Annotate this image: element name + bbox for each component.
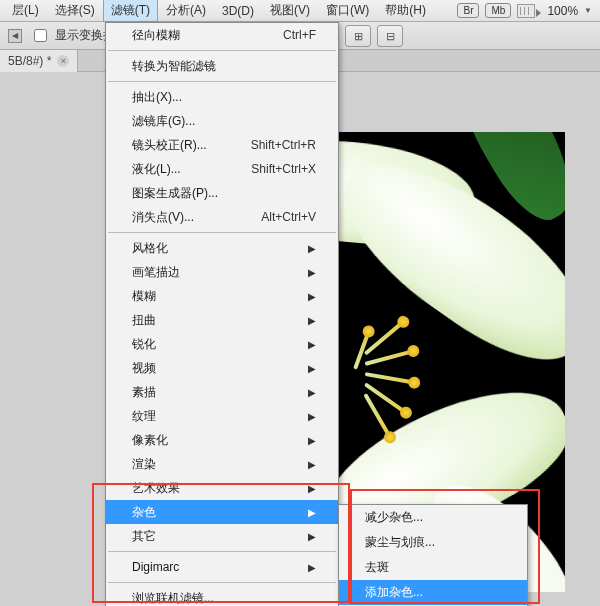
submenu-arrow-icon: ▶ xyxy=(308,291,316,302)
menu-window[interactable]: 窗口(W) xyxy=(318,0,377,22)
menu-stylize[interactable]: 风格化▶ xyxy=(106,236,338,260)
menu-help[interactable]: 帮助(H) xyxy=(377,0,434,22)
menu-texture[interactable]: 纹理▶ xyxy=(106,404,338,428)
menu-brush-strokes[interactable]: 画笔描边▶ xyxy=(106,260,338,284)
submenu-arrow-icon: ▶ xyxy=(308,267,316,278)
align-icon-1[interactable]: ⊞ xyxy=(345,25,371,47)
submenu-despeckle[interactable]: 去斑 xyxy=(339,555,527,580)
submenu-arrow-icon: ▶ xyxy=(308,315,316,326)
convert-smart-label: 转换为智能滤镜 xyxy=(132,58,216,75)
menu-artistic[interactable]: 艺术效果▶ xyxy=(106,476,338,500)
menu-lens-correction[interactable]: 镜头校正(R)...Shift+Ctrl+R xyxy=(106,133,338,157)
tab-title: 5B/8#) * xyxy=(8,54,51,68)
submenu-arrow-icon: ▶ xyxy=(308,483,316,494)
menu-distort[interactable]: 扭曲▶ xyxy=(106,308,338,332)
menu-pixelate[interactable]: 像素化▶ xyxy=(106,428,338,452)
menu-filter[interactable]: 滤镜(T) xyxy=(103,0,158,22)
menu-analysis[interactable]: 分析(A) xyxy=(158,0,214,22)
last-filter-shortcut: Ctrl+F xyxy=(283,28,316,42)
menu-extract[interactable]: 抽出(X)... xyxy=(106,85,338,109)
menu-sketch[interactable]: 素描▶ xyxy=(106,380,338,404)
filter-menu-dropdown: 径向模糊 Ctrl+F 转换为智能滤镜 抽出(X)... 滤镜库(G)... 镜… xyxy=(105,22,339,606)
chevron-down-icon[interactable]: ▼ xyxy=(584,6,592,15)
submenu-reduce-noise[interactable]: 减少杂色... xyxy=(339,505,527,530)
submenu-arrow-icon: ▶ xyxy=(308,411,316,422)
menu-video[interactable]: 视频▶ xyxy=(106,356,338,380)
menu-noise[interactable]: 杂色▶ xyxy=(106,500,338,524)
menu-filter-gallery[interactable]: 滤镜库(G)... xyxy=(106,109,338,133)
minibridge-button[interactable]: Mb xyxy=(485,3,511,18)
submenu-arrow-icon: ▶ xyxy=(308,243,316,254)
options-extra: ⊞ ⊟ xyxy=(345,22,403,50)
menu-select[interactable]: 选择(S) xyxy=(47,0,103,22)
submenu-arrow-icon: ▶ xyxy=(308,562,316,573)
menu-last-filter[interactable]: 径向模糊 Ctrl+F xyxy=(106,23,338,47)
zoom-level[interactable]: 100% xyxy=(547,4,578,18)
bridge-button[interactable]: Br xyxy=(457,3,479,18)
menu-other[interactable]: 其它▶ xyxy=(106,524,338,548)
menubar: 层(L) 选择(S) 滤镜(T) 分析(A) 3D(D) 视图(V) 窗口(W)… xyxy=(0,0,600,22)
submenu-arrow-icon: ▶ xyxy=(308,459,316,470)
screenmode-button[interactable] xyxy=(517,4,535,18)
menu-convert-smart[interactable]: 转换为智能滤镜 xyxy=(106,54,338,78)
align-icon-2[interactable]: ⊟ xyxy=(377,25,403,47)
menu-layer[interactable]: 层(L) xyxy=(4,0,47,22)
document-tab[interactable]: 5B/8#) * × xyxy=(0,50,78,72)
menu-view[interactable]: 视图(V) xyxy=(262,0,318,22)
prev-button[interactable]: ◀ xyxy=(8,29,22,43)
submenu-arrow-icon: ▶ xyxy=(308,531,316,542)
menu-3d[interactable]: 3D(D) xyxy=(214,1,262,21)
submenu-arrow-icon: ▶ xyxy=(308,339,316,350)
menu-pattern-maker[interactable]: 图案生成器(P)... xyxy=(106,181,338,205)
submenu-arrow-icon: ▶ xyxy=(308,507,316,518)
menu-vanishing-point[interactable]: 消失点(V)...Alt+Ctrl+V xyxy=(106,205,338,229)
submenu-add-noise[interactable]: 添加杂色... xyxy=(339,580,527,605)
menu-blur[interactable]: 模糊▶ xyxy=(106,284,338,308)
show-transform-checkbox[interactable] xyxy=(34,29,47,42)
menu-render[interactable]: 渲染▶ xyxy=(106,452,338,476)
close-tab-button[interactable]: × xyxy=(57,55,69,67)
submenu-dust-scratches[interactable]: 蒙尘与划痕... xyxy=(339,530,527,555)
menu-browse-online[interactable]: 浏览联机滤镜... xyxy=(106,586,338,606)
submenu-arrow-icon: ▶ xyxy=(308,435,316,446)
last-filter-label: 径向模糊 xyxy=(132,27,180,44)
menu-sharpen[interactable]: 锐化▶ xyxy=(106,332,338,356)
submenu-arrow-icon: ▶ xyxy=(308,363,316,374)
menu-digimarc[interactable]: Digimarc▶ xyxy=(106,555,338,579)
submenu-arrow-icon: ▶ xyxy=(308,387,316,398)
noise-submenu: 减少杂色... 蒙尘与划痕... 去斑 添加杂色... 中间值... xyxy=(338,504,528,606)
menu-liquify[interactable]: 液化(L)...Shift+Ctrl+X xyxy=(106,157,338,181)
